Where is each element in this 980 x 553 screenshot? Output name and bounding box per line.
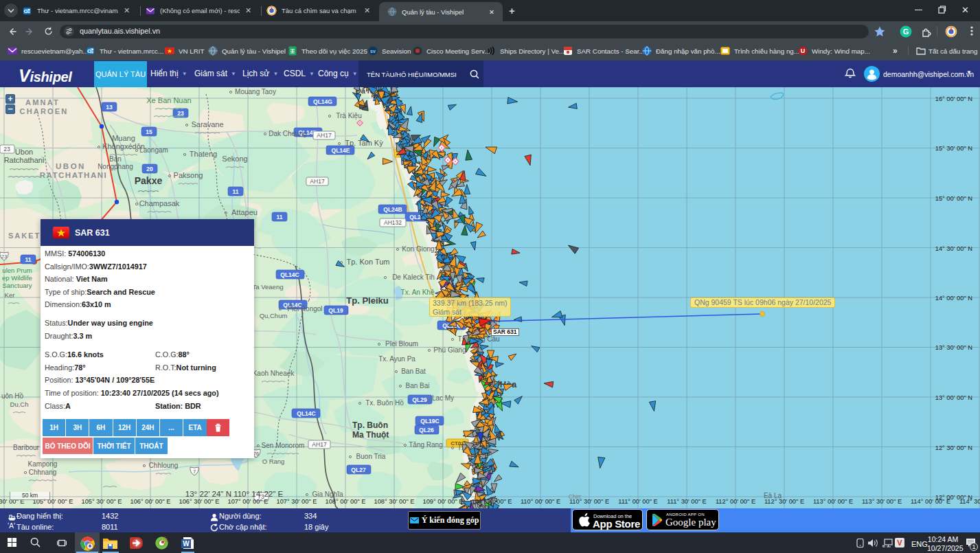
svg-text:QL19C: QL19C <box>420 418 439 425</box>
svg-text:Tp. Kon Tum: Tp. Kon Tum <box>347 258 390 266</box>
svg-text:113° 30' 00" E: 113° 30' 00" E <box>862 498 902 505</box>
svg-text:Saravane: Saravane <box>191 120 223 128</box>
svg-text:Gia Nghĩa: Gia Nghĩa <box>312 490 343 498</box>
svg-text:111° 30' 00" E: 111° 30' 00" E <box>667 498 707 505</box>
svg-text:16° 00' 00" N: 16° 00' 00" N <box>935 95 972 102</box>
svg-text:13° 22' 24" N 110° 14' 22" E: 13° 22' 24" N 110° 14' 22" E <box>185 490 284 498</box>
svg-text:107° 30' 00" E: 107° 30' 00" E <box>277 498 317 505</box>
svg-text:Laongam: Laongam <box>139 146 168 154</box>
svg-text:23: 23 <box>3 146 10 153</box>
svg-text:Tx. Buôn Hồ: Tx. Buôn Hồ <box>365 399 404 407</box>
svg-text:QL27: QL27 <box>351 466 366 473</box>
svg-text:QL14G: QL14G <box>313 98 332 105</box>
svg-text:ep Wildlife: ep Wildlife <box>2 274 32 282</box>
svg-text:7: 7 <box>193 469 196 475</box>
svg-text:QL26: QL26 <box>419 427 434 433</box>
svg-text:13° 30' 00" N: 13° 30' 00" N <box>935 344 972 351</box>
svg-text:Dak Cheung: Dak Cheung <box>269 130 307 137</box>
svg-text:107° 00' 00" E: 107° 00' 00" E <box>228 498 269 505</box>
svg-text:14° 00' 00" N: 14° 00' 00" N <box>935 295 972 302</box>
svg-text:Ban Bai: Ban Bai <box>405 382 429 390</box>
svg-text:14° 30' 00" N: 14° 30' 00" N <box>935 245 972 252</box>
svg-text:Sen Monorom: Sen Monorom <box>262 442 305 449</box>
svg-text:O: O <box>24 8 28 14</box>
svg-text:QL14E: QL14E <box>332 147 350 154</box>
svg-text:Ban: Ban <box>109 155 122 163</box>
svg-text:SAKET: SAKET <box>8 232 41 240</box>
svg-text:109° 00' 00" E: 109° 00' 00" E <box>423 498 464 505</box>
svg-text:Tp. Buôn: Tp. Buôn <box>352 420 388 430</box>
svg-text:105° 30' 00" E: 105° 30' 00" E <box>82 498 122 505</box>
svg-text:113° 00' 00" E: 113° 00' 00" E <box>813 498 853 505</box>
svg-text:Muang: Muang <box>112 134 135 142</box>
svg-text:ulen Prum: ulen Prum <box>2 267 32 274</box>
svg-text:W: W <box>183 540 190 548</box>
svg-text:Tx. Ayun Pa: Tx. Ayun Pa <box>378 355 415 363</box>
svg-text:Lac My: Lac My <box>432 394 454 402</box>
svg-text:15° 30' 00" N: 15° 30' 00" N <box>935 145 972 152</box>
svg-text:Attapeu: Attapeu <box>231 208 258 216</box>
svg-text:110° 00' 00" E: 110° 00' 00" E <box>521 498 560 505</box>
svg-text:Ratchathani: Ratchathani <box>4 156 45 164</box>
svg-text:Sanctuary: Sanctuary <box>3 282 32 289</box>
svg-text:11: 11 <box>25 256 32 263</box>
svg-text:114° 00' 00" E: 114° 00' 00" E <box>911 498 950 505</box>
svg-text:Chhnang: Chhnang <box>29 469 57 476</box>
svg-text:13: 13 <box>106 104 113 111</box>
svg-text:Du,Ch: Du,Ch <box>10 400 29 408</box>
svg-text:CHAROEN: CHAROEN <box>19 107 68 115</box>
svg-text:Thateng: Thateng <box>190 150 217 158</box>
svg-text:20: 20 <box>146 166 153 172</box>
svg-text:15: 15 <box>146 128 152 135</box>
svg-text:Ker: Ker <box>5 291 15 299</box>
svg-text:Champasak: Champasak <box>139 199 180 207</box>
svg-text:Kampong: Kampong <box>28 460 58 468</box>
svg-text:AMNAT: AMNAT <box>25 98 60 106</box>
svg-text:Tp. Pleiku: Tp. Pleiku <box>346 295 388 306</box>
svg-text:Kon Giong: Kon Giong <box>402 245 434 253</box>
svg-text:106° 30' 00" E: 106° 30' 00" E <box>179 498 220 505</box>
svg-text:108° 00' 00" E: 108° 00' 00" E <box>326 498 366 505</box>
svg-text:112° 00' 00" E: 112° 00' 00" E <box>716 498 755 505</box>
svg-text:76: 76 <box>253 451 259 457</box>
svg-text:AH17: AH17 <box>317 132 332 139</box>
svg-text:11: 11 <box>277 214 283 221</box>
svg-text:sv: sv <box>370 49 376 54</box>
svg-text:Nongphang: Nongphang <box>98 163 133 170</box>
svg-text:Khôngxédôn: Khôngxédôn <box>102 142 145 150</box>
svg-text:G: G <box>903 27 909 36</box>
svg-text:RATCHATHANI: RATCHATHANI <box>40 171 107 179</box>
svg-text:AH132: AH132 <box>384 219 402 226</box>
svg-text:Tăng Rang: Tăng Rang <box>409 441 442 449</box>
svg-text:Paksong: Paksong <box>174 171 203 179</box>
svg-text:Phú Giang: Phú Giang <box>433 346 466 354</box>
svg-text:Ta Veaeng: Ta Veaeng <box>253 283 284 291</box>
svg-text:11: 11 <box>233 188 239 195</box>
svg-text:12° 30' 00" N: 12° 30' 00" N <box>935 444 972 451</box>
svg-text:Pakxe: Pakxe <box>135 175 163 186</box>
svg-text:106° 00' 00" E: 106° 00' 00" E <box>130 498 171 505</box>
svg-text:Ban Bat: Ban Bat <box>401 368 426 375</box>
svg-text:QL14C: QL14C <box>297 410 315 417</box>
svg-text:23: 23 <box>177 110 184 117</box>
svg-text:AH17: AH17 <box>310 178 325 185</box>
svg-text:Ma Thuột: Ma Thuột <box>352 430 389 440</box>
svg-text:Qu,Chum: Qu,Chum <box>260 312 288 319</box>
svg-text:QL24B: QL24B <box>383 206 402 213</box>
svg-text:112° 30' 00" E: 112° 30' 00" E <box>764 498 804 505</box>
svg-text:Baribour: Baribour <box>13 444 39 451</box>
svg-text:QL29: QL29 <box>412 396 427 403</box>
svg-text:QL14C: QL14C <box>280 271 299 278</box>
svg-text:Mouang Taoy: Mouang Taoy <box>235 88 276 95</box>
svg-text:108° 30' 00" E: 108° 30' 00" E <box>374 498 415 505</box>
svg-text:O Rang: O Rang <box>262 458 285 465</box>
svg-text:13° 00' 00" N: 13° 00' 00" N <box>935 394 972 401</box>
svg-text:Ubon: Ubon <box>15 148 33 156</box>
svg-text:De Kaleck Tih: De Kaleck Tih <box>392 273 435 281</box>
svg-text:Buon Tria: Buon Tria <box>356 453 386 460</box>
svg-text:Plei Rongol: Plei Rongol <box>287 305 322 313</box>
svg-text:UBON: UBON <box>56 162 86 170</box>
svg-text:AH17: AH17 <box>312 441 327 448</box>
svg-text:O: O <box>87 48 91 54</box>
svg-text:23: 23 <box>1 253 7 260</box>
